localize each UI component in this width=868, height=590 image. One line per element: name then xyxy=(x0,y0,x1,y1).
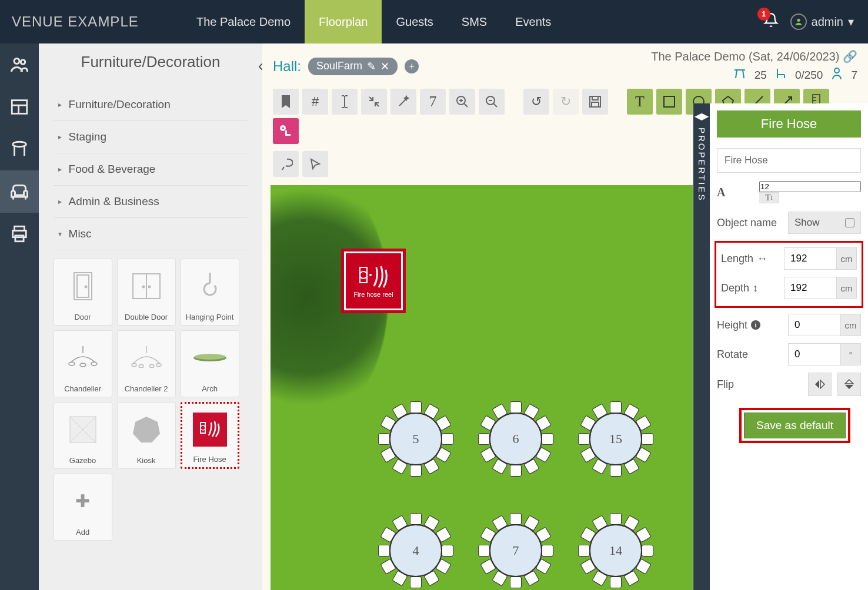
info-icon: i xyxy=(751,320,760,330)
rail-furniture[interactable] xyxy=(0,170,39,213)
item-arch[interactable]: Arch xyxy=(181,330,239,397)
flip-label: Flip xyxy=(717,378,808,391)
tool-bookmark[interactable] xyxy=(273,89,299,115)
tool-redo[interactable]: ↻ xyxy=(553,89,579,115)
table-5[interactable]: 5 xyxy=(379,403,452,475)
table-14[interactable]: 14 xyxy=(579,514,652,587)
flip-vertical[interactable] xyxy=(837,373,861,396)
length-input[interactable] xyxy=(784,247,837,270)
depth-label: Depth ↕ xyxy=(721,282,784,294)
rail-guests[interactable] xyxy=(0,43,39,86)
table-6[interactable]: 6 xyxy=(479,403,552,475)
canvas-fire-hose[interactable]: Fire hose reel xyxy=(341,249,406,313)
tool-textcursor[interactable] xyxy=(332,89,358,115)
item-hanging-point[interactable]: Hanging Point xyxy=(181,259,239,326)
sidebar-title: Furniture/Decoration xyxy=(47,53,254,71)
rail-layout[interactable] xyxy=(0,86,39,128)
tool-save[interactable] xyxy=(582,89,608,115)
name-input[interactable] xyxy=(717,148,861,173)
dimensions-highlight: Length ↔ cm Depth ↕ cm xyxy=(715,241,863,308)
show-toggle[interactable]: Show xyxy=(788,212,861,234)
tool-undo[interactable]: ↺ xyxy=(523,89,549,115)
save-as-default-button[interactable]: Save as default xyxy=(744,413,846,438)
svg-point-23 xyxy=(80,363,86,367)
tool-text[interactable]: T xyxy=(627,89,653,115)
table-15[interactable]: 15 xyxy=(579,403,652,475)
cat-furniture[interactable]: ▸Furniture/Decoration xyxy=(54,89,248,121)
item-door[interactable]: Door xyxy=(54,259,112,326)
svg-point-28 xyxy=(149,364,154,367)
item-chandelier[interactable]: Chandelier xyxy=(54,330,112,397)
tool-zoom-out[interactable] xyxy=(479,89,505,115)
tool-grid[interactable]: # xyxy=(302,89,328,115)
iconrail xyxy=(0,43,39,590)
svg-point-37 xyxy=(201,425,205,430)
properties-panel: ◀▶ PROPERTIES Fire Hose A TI Object name… xyxy=(693,103,868,590)
cat-food-beverage[interactable]: ▸Food & Beverage xyxy=(54,153,248,186)
properties-tab[interactable]: ◀▶ PROPERTIES xyxy=(693,103,710,590)
nav-events[interactable]: Events xyxy=(501,0,565,43)
tool-zoom-in[interactable] xyxy=(449,89,475,115)
cat-staging[interactable]: ▸Staging xyxy=(54,121,248,153)
tool-shrink[interactable] xyxy=(361,89,387,115)
save-highlight: Save as default xyxy=(739,408,850,443)
svg-point-69 xyxy=(369,274,372,276)
tool-seven[interactable]: 7 xyxy=(420,89,446,115)
length-label: Length ↔ xyxy=(721,253,784,265)
font-size-input[interactable] xyxy=(759,181,861,192)
chair-icon xyxy=(775,68,787,82)
item-double-door[interactable]: Double Door xyxy=(117,259,176,326)
link-icon[interactable]: 🔗 xyxy=(843,50,857,63)
svg-rect-66 xyxy=(282,128,284,129)
notifications-button[interactable]: 1 xyxy=(763,12,779,32)
item-add[interactable]: ✚Add xyxy=(54,474,112,541)
nav-palace-demo[interactable]: The Palace Demo xyxy=(182,0,305,43)
tool-wand[interactable] xyxy=(390,89,416,115)
avatar-icon xyxy=(790,14,807,30)
cat-admin-business[interactable]: ▸Admin & Business xyxy=(54,186,248,218)
nav-floorplan[interactable]: Floorplan xyxy=(305,0,382,43)
svg-rect-36 xyxy=(201,423,205,433)
svg-line-50 xyxy=(493,103,497,107)
tool-rect[interactable] xyxy=(656,89,682,115)
table-7[interactable]: 7 xyxy=(479,514,552,587)
hall-chip[interactable]: SoulFarm ✎ ✕ xyxy=(308,58,398,75)
expand-icon: ◀▶ xyxy=(695,110,709,122)
table-4[interactable]: 4 xyxy=(379,514,452,587)
workarea: Hall: SoulFarm ✎ ✕ + The Palace Demo (Sa… xyxy=(262,43,868,590)
svg-point-68 xyxy=(360,271,367,279)
svg-rect-67 xyxy=(360,267,367,283)
svg-point-16 xyxy=(85,286,86,287)
rail-print[interactable] xyxy=(0,213,39,255)
close-icon[interactable]: ✕ xyxy=(380,60,389,73)
item-gazebo[interactable]: Gazebo xyxy=(54,402,112,469)
tool-remove-chair[interactable] xyxy=(273,118,299,144)
text-size-icon[interactable]: TI xyxy=(759,192,779,203)
height-input[interactable] xyxy=(788,314,841,336)
caret-down-icon: ▾ xyxy=(848,15,854,29)
hall-event: The Palace Demo (Sat, 24/06/2023) 🔗 xyxy=(651,49,857,63)
nav-guests[interactable]: Guests xyxy=(382,0,447,43)
svg-point-20 xyxy=(148,286,150,287)
hall-add[interactable]: + xyxy=(405,59,419,73)
svg-point-0 xyxy=(797,19,800,22)
rotate-input[interactable] xyxy=(788,343,841,366)
user-menu[interactable]: admin ▾ xyxy=(790,14,854,30)
rail-tables[interactable] xyxy=(0,128,39,170)
height-arrow-icon: ↕ xyxy=(753,282,758,294)
cat-misc[interactable]: ▾Misc xyxy=(54,218,248,250)
nav-sms[interactable]: SMS xyxy=(448,0,501,43)
svg-rect-53 xyxy=(592,96,598,100)
props-title: Fire Hose xyxy=(717,110,861,138)
item-grid: Door Double Door Hanging Point Chandelie… xyxy=(54,259,248,541)
tool-lasso[interactable] xyxy=(273,151,299,177)
plus-icon: ✚ xyxy=(75,491,90,511)
item-kiosk[interactable]: Kiosk xyxy=(117,402,176,469)
item-fire-hose[interactable]: Fire Hose xyxy=(181,402,239,469)
sidebar: ‹ Furniture/Decoration ▸Furniture/Decora… xyxy=(39,43,262,590)
depth-input[interactable] xyxy=(784,277,837,299)
item-chandelier-2[interactable]: Chandelier 2 xyxy=(117,330,176,397)
tool-pointer[interactable] xyxy=(302,151,328,177)
pencil-icon[interactable]: ✎ xyxy=(367,60,376,73)
flip-horizontal[interactable] xyxy=(808,373,832,396)
